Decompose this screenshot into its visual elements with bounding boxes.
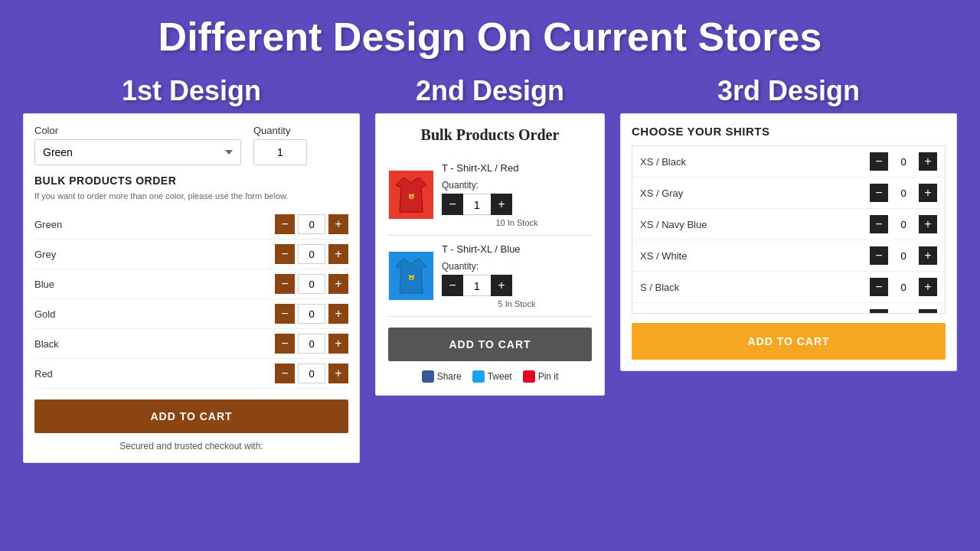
quantity-input[interactable] xyxy=(253,139,307,165)
stepper2-plus-red[interactable]: + xyxy=(491,194,512,215)
stepper3-val-xs-black: 0 xyxy=(891,156,916,168)
qty-label-red: Quantity: xyxy=(442,180,592,191)
stepper-minus-gold[interactable]: − xyxy=(275,304,295,324)
stepper3-xs-black: − 0 + xyxy=(870,152,937,171)
stepper-grey: − 0 + xyxy=(275,244,348,264)
svg-text:🐱: 🐱 xyxy=(408,193,415,200)
product-image-red: 🐱 xyxy=(388,170,434,220)
stepper3-xs-gray: − 0 + xyxy=(870,184,937,202)
stepper-plus-green[interactable]: + xyxy=(328,214,348,234)
add-to-cart-button-3[interactable]: ADD TO CART xyxy=(632,323,946,360)
stepper2-minus-red[interactable]: − xyxy=(442,194,463,215)
bulk-row-red: Red − 0 + xyxy=(34,359,348,389)
design2-label: 2nd Design xyxy=(416,75,564,107)
quantity-label: Quantity xyxy=(253,125,307,136)
stepper-val-black: 0 xyxy=(298,334,325,354)
stepper-plus-gold[interactable]: + xyxy=(328,304,348,324)
design2-card: Bulk Products Order 🐱 T - Shirt-XL / Red… xyxy=(375,113,605,396)
stepper3-minus-xs-black[interactable]: − xyxy=(870,152,888,171)
qty-field-group: Quantity xyxy=(253,125,307,165)
stepper2-plus-blue[interactable]: + xyxy=(491,275,512,296)
tweet-link[interactable]: Tweet xyxy=(472,370,512,383)
shirt-option-label: XS / White xyxy=(640,250,870,262)
stepper3-val-xs-navyblue: 0 xyxy=(891,219,916,230)
shirt-option-xs-white: XS / White − 0 + xyxy=(632,240,945,272)
stepper2-red: − 1 + xyxy=(442,194,592,215)
stepper3-plus-xs-black[interactable]: + xyxy=(919,152,937,171)
twitter-icon xyxy=(472,370,485,383)
social-row: Share Tweet Pin it xyxy=(388,370,592,383)
bulk-row-label: Blue xyxy=(34,279,275,290)
bulk-row-grey: Grey − 0 + xyxy=(34,240,348,269)
stepper2-minus-blue[interactable]: − xyxy=(442,275,463,296)
color-qty-row: Color Green Grey Blue Gold Black Red Qua… xyxy=(34,125,348,165)
stepper-red: − 0 + xyxy=(275,364,348,383)
bulk-row-label: Red xyxy=(34,368,275,380)
design2-title: Bulk Products Order xyxy=(388,126,592,144)
stepper3-val-xs-white: 0 xyxy=(891,250,916,262)
stepper-minus-blue[interactable]: − xyxy=(275,274,295,294)
stepper-plus-black[interactable]: + xyxy=(328,334,348,354)
shirt-options-scroll[interactable]: XS / Black − 0 + XS / Gray − 0 + xyxy=(632,145,946,314)
add-to-cart-button-1[interactable]: ADD TO CART xyxy=(34,399,348,433)
stepper3-plus-s-gray[interactable]: + xyxy=(919,309,937,314)
share-label: Share xyxy=(437,371,462,382)
stepper3-minus-s-black[interactable]: − xyxy=(870,278,888,296)
stepper3-minus-xs-white[interactable]: − xyxy=(870,246,888,265)
stepper3-plus-xs-gray[interactable]: + xyxy=(919,184,937,202)
color-field-group: Color Green Grey Blue Gold Black Red xyxy=(34,125,241,165)
stepper3-xs-navyblue: − 0 + xyxy=(870,215,937,233)
stepper-plus-red[interactable]: + xyxy=(328,364,348,383)
svg-text:🐱: 🐱 xyxy=(408,274,415,281)
stepper3-plus-xs-white[interactable]: + xyxy=(919,246,937,265)
bulk-row-label: Grey xyxy=(34,249,275,260)
stepper-val-grey: 0 xyxy=(298,244,325,264)
secured-text: Secured and trusted checkout with: xyxy=(34,441,348,452)
page-title: Different Design On Current Stores xyxy=(0,14,980,60)
stepper3-plus-xs-navyblue[interactable]: + xyxy=(919,215,937,233)
bulk-row-label: Gold xyxy=(34,308,275,320)
stepper-minus-red[interactable]: − xyxy=(275,364,295,383)
pin-link[interactable]: Pin it xyxy=(523,370,559,383)
design3-card: CHOOSE YOUR SHIRTS XS / Black − 0 + XS /… xyxy=(620,113,957,371)
stepper3-s-gray: − 0 + xyxy=(870,309,937,314)
stepper-black: − 0 + xyxy=(275,334,348,354)
qty-label-blue: Quantity: xyxy=(442,261,592,272)
shirt-option-label: S / Gray xyxy=(640,313,870,315)
design1-card: Color Green Grey Blue Gold Black Red Qua… xyxy=(23,113,360,463)
product-name-blue: T - Shirt-XL / Blue xyxy=(442,243,592,255)
pinterest-icon xyxy=(523,370,535,383)
designs-row: 1st Design Color Green Grey Blue Gold Bl… xyxy=(0,75,980,463)
page-header: Different Design On Current Stores xyxy=(0,0,980,67)
bulk-title: BULK PRODUCTS ORDER xyxy=(34,174,348,187)
product-name-red: T - Shirt-XL / Red xyxy=(442,162,592,174)
stepper-gold: − 0 + xyxy=(275,304,348,324)
stock-text-blue: 5 In Stock xyxy=(442,299,592,308)
stepper3-s-black: − 0 + xyxy=(870,278,937,296)
stepper-plus-grey[interactable]: + xyxy=(328,244,348,264)
add-to-cart-button-2[interactable]: ADD TO CART xyxy=(388,328,592,361)
stepper3-minus-xs-navyblue[interactable]: − xyxy=(870,215,888,233)
stepper3-minus-xs-gray[interactable]: − xyxy=(870,184,888,202)
stepper-plus-blue[interactable]: + xyxy=(328,274,348,294)
color-select[interactable]: Green Grey Blue Gold Black Red xyxy=(34,139,241,165)
stepper-minus-green[interactable]: − xyxy=(275,214,295,234)
design1-label: 1st Design xyxy=(122,75,261,107)
product-image-blue: 🐱 xyxy=(388,251,434,301)
stepper-val-red: 0 xyxy=(298,364,325,383)
stepper-minus-grey[interactable]: − xyxy=(275,244,295,264)
pin-label: Pin it xyxy=(538,371,559,382)
stepper3-xs-white: − 0 + xyxy=(870,246,937,265)
bulk-row-blue: Blue − 0 + xyxy=(34,269,348,299)
stepper-minus-black[interactable]: − xyxy=(275,334,295,354)
share-link[interactable]: Share xyxy=(422,370,462,383)
shirt-option-xs-black: XS / Black − 0 + xyxy=(632,146,945,178)
stepper3-val-xs-gray: 0 xyxy=(891,187,916,199)
bulk-subtitle: If you want to order more than one color… xyxy=(34,191,348,201)
shirt-option-xs-navyblue: XS / Navy Blue − 0 + xyxy=(632,209,945,240)
design3-label: 3rd Design xyxy=(717,75,860,107)
stepper-val-blue: 0 xyxy=(298,274,325,294)
stepper3-minus-s-gray[interactable]: − xyxy=(870,309,888,314)
stepper3-plus-s-black[interactable]: + xyxy=(919,278,937,296)
stepper-val-green: 0 xyxy=(298,214,325,234)
